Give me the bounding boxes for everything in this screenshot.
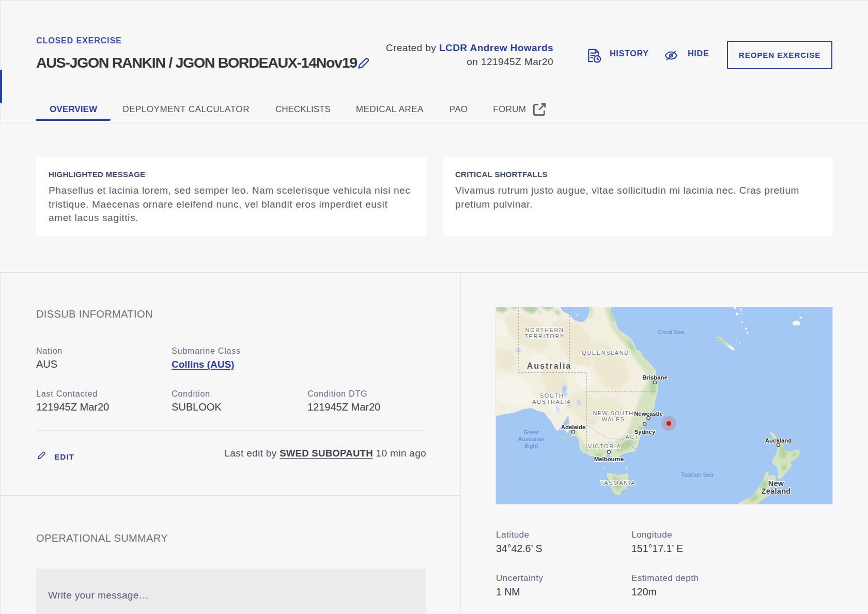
svg-text:Bight: Bight: [524, 443, 538, 449]
svg-text:TERRITORY: TERRITORY: [524, 333, 565, 339]
svg-text:QUEENSLAND: QUEENSLAND: [582, 350, 629, 356]
svg-text:SOUTH: SOUTH: [540, 392, 564, 399]
svg-text:Great: Great: [524, 429, 539, 435]
svg-text:TASMANIA: TASMANIA: [600, 480, 636, 486]
svg-text:Auckland: Auckland: [765, 437, 792, 444]
svg-text:Melbourne: Melbourne: [594, 456, 624, 462]
svg-text:VICTORIA: VICTORIA: [588, 443, 622, 449]
svg-text:Brisbane: Brisbane: [642, 374, 668, 381]
svg-text:Australia: Australia: [527, 361, 571, 370]
svg-text:ACT: ACT: [626, 434, 640, 440]
svg-text:New: New: [768, 479, 784, 487]
svg-text:WALES: WALES: [602, 416, 625, 422]
svg-text:Tasman Sea: Tasman Sea: [680, 471, 714, 478]
svg-text:Coral Sea: Coral Sea: [658, 329, 685, 335]
svg-text:NORTHERN: NORTHERN: [525, 327, 564, 333]
svg-text:Adelaide: Adelaide: [561, 424, 585, 430]
svg-text:Newcastle: Newcastle: [634, 411, 663, 417]
svg-text:Australian: Australian: [518, 436, 544, 442]
svg-text:Sydney: Sydney: [634, 429, 656, 435]
svg-text:Zealand: Zealand: [762, 487, 791, 495]
svg-text:NEW SOUTH: NEW SOUTH: [593, 410, 634, 416]
svg-text:AUSTRALIA: AUSTRALIA: [532, 399, 571, 405]
